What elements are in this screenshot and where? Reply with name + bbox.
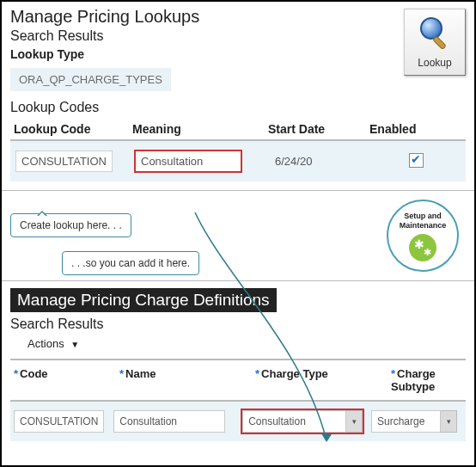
lookup-codes-table: Lookup Code Meaning Start Date Enabled C… — [10, 119, 466, 181]
charge-type-value: Consultation — [242, 410, 346, 433]
callout-add-here: . . .so you can add it here. — [62, 251, 199, 275]
page-title: Manage Pricing Lookups — [10, 7, 466, 27]
meaning-cell[interactable]: Consultation — [134, 150, 242, 173]
gear-icon — [409, 234, 436, 261]
magnifier-icon — [416, 15, 454, 52]
annotation-band: Create lookup here. . . . . .so you can … — [2, 191, 474, 281]
setup-and-maintenance-badge[interactable]: Setup and Maintenance — [387, 200, 459, 272]
svg-point-0 — [421, 18, 442, 39]
callout-create-lookup: Create lookup here. . . — [10, 213, 131, 237]
search-results-heading: Search Results — [10, 28, 466, 44]
code-input[interactable]: CONSULTATION — [14, 410, 104, 433]
lookup-codes-heading: Lookup Codes — [10, 100, 466, 115]
lookup-type-label: Lookup Type — [10, 47, 466, 61]
col-enabled: Enabled — [366, 119, 466, 140]
name-input[interactable]: Consultation — [113, 410, 225, 433]
col-meaning: Meaning — [129, 119, 265, 140]
enabled-checkbox[interactable] — [409, 153, 424, 168]
col-code: Code — [20, 367, 48, 380]
svg-rect-1 — [433, 36, 447, 50]
col-start-date: Start Date — [265, 119, 366, 140]
charge-definitions-title: Manage Pricing Charge Definitions — [10, 288, 277, 312]
chevron-down-icon[interactable]: ▾ — [441, 410, 457, 433]
lookup-code-cell[interactable]: CONSULTATION — [15, 151, 113, 172]
start-date-cell[interactable]: 6/24/20 — [270, 151, 317, 171]
chevron-down-icon: ▼ — [70, 340, 79, 349]
col-name: Name — [125, 367, 156, 380]
charge-def-row[interactable]: CONSULTATION Consultation Consultation ▾… — [10, 402, 466, 441]
setup-circle-label: Setup and Maintenance — [388, 201, 457, 230]
charge-defs-search-results: Search Results — [10, 316, 466, 332]
chevron-down-icon[interactable]: ▾ — [346, 410, 363, 433]
lookup-badge[interactable]: Lookup — [404, 9, 466, 76]
col-lookup-code: Lookup Code — [10, 119, 129, 140]
charge-subtype-select[interactable]: Surcharge ▾ — [371, 410, 457, 433]
manage-pricing-charge-definitions-panel: Manage Pricing Charge Definitions Search… — [2, 281, 474, 441]
table-row[interactable]: CONSULTATION Consultation 6/24/20 — [10, 140, 466, 181]
charge-defs-header-row: *Code *Name *Charge Type *Charge Subtype — [10, 359, 466, 402]
actions-menu[interactable]: Actions ▼ — [27, 337, 466, 350]
charge-subtype-value: Surcharge — [371, 410, 441, 433]
lookup-type-value: ORA_QP_CHARGE_TYPES — [10, 68, 171, 91]
col-charge-type: Charge Type — [261, 367, 328, 380]
lookup-badge-label: Lookup — [405, 57, 465, 69]
actions-label: Actions — [27, 337, 64, 350]
charge-type-select[interactable]: Consultation ▾ — [242, 410, 363, 433]
col-charge-subtype: Charge Subtype — [391, 367, 436, 393]
